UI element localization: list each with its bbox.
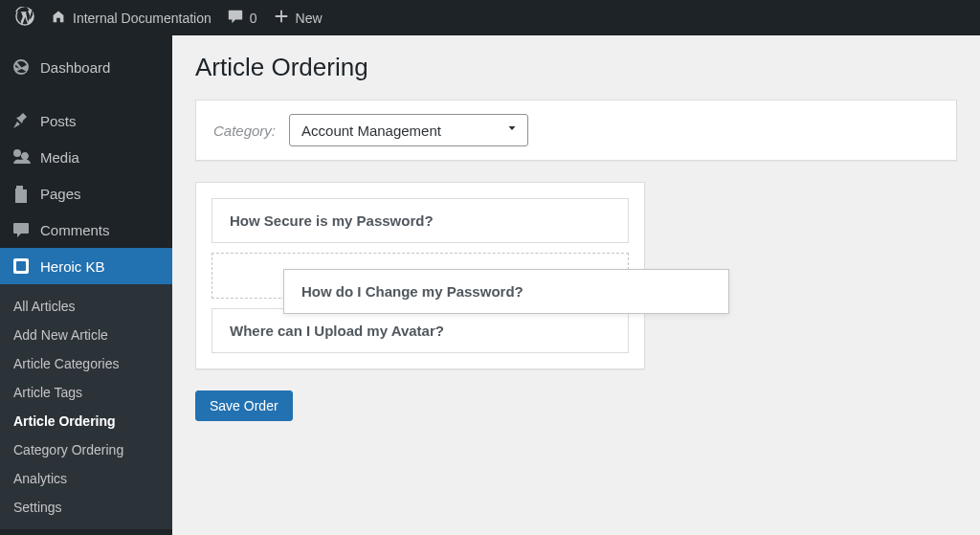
submenu-article-ordering[interactable]: Article Ordering (0, 407, 172, 435)
category-select[interactable]: Account Management (289, 114, 528, 146)
site-home-link[interactable]: Internal Documentation (42, 0, 219, 35)
dashboard-icon (11, 57, 31, 77)
pages-icon (11, 184, 31, 203)
sidebar-item-dashboard[interactable]: Dashboard (0, 49, 172, 85)
article-row-dragging[interactable]: How do I Change my Password? (283, 269, 729, 314)
article-row[interactable]: How Secure is my Password? (212, 198, 629, 243)
sidebar-item-media[interactable]: Media (0, 139, 172, 175)
comments-link[interactable]: 0 (219, 0, 265, 35)
sidebar-item-heroic-kb[interactable]: Heroic KB (0, 248, 172, 284)
drop-placeholder[interactable]: How do I Change my Password? (212, 253, 629, 299)
sidebar-item-label: Dashboard (40, 59, 110, 76)
comments-count: 0 (250, 11, 257, 26)
sidebar-item-pages[interactable]: Pages (0, 175, 172, 212)
comment-icon (227, 8, 244, 28)
category-label: Category: (213, 123, 276, 139)
article-order-list: How Secure is my Password? How do I Chan… (195, 182, 645, 369)
submenu-all-articles[interactable]: All Articles (0, 292, 172, 321)
category-panel: Category: Account Management (195, 100, 957, 161)
new-label: New (296, 11, 323, 26)
sidebar-submenu: All Articles Add New Article Article Cat… (0, 284, 172, 529)
sidebar-item-label: Posts (40, 113, 77, 129)
page-title: Article Ordering (195, 53, 957, 82)
comment-icon (11, 220, 31, 239)
svg-rect-1 (16, 261, 26, 271)
home-icon (50, 8, 67, 28)
admin-sidebar: Dashboard Posts Media Pages Commen (0, 35, 172, 535)
sidebar-item-label: Media (40, 149, 79, 166)
submenu-settings[interactable]: Settings (0, 493, 172, 522)
main-content: Article Ordering Category: Account Manag… (172, 35, 980, 535)
article-row[interactable]: Where can I Upload my Avatar? (212, 308, 629, 353)
submenu-article-categories[interactable]: Article Categories (0, 349, 172, 378)
pin-icon (11, 111, 31, 130)
sidebar-item-label: Comments (40, 222, 110, 238)
sidebar-item-label: Pages (40, 186, 81, 202)
submenu-category-ordering[interactable]: Category Ordering (0, 435, 172, 464)
submenu-add-new-article[interactable]: Add New Article (0, 321, 172, 349)
submenu-article-tags[interactable]: Article Tags (0, 378, 172, 407)
kb-icon (11, 256, 31, 276)
save-order-button[interactable]: Save Order (195, 390, 293, 421)
wp-logo-menu[interactable] (8, 0, 42, 35)
sidebar-item-posts[interactable]: Posts (0, 102, 172, 139)
category-selected-value: Account Management (301, 123, 441, 139)
admin-bar: Internal Documentation 0 New (0, 0, 980, 35)
wordpress-icon (15, 7, 34, 29)
new-content-link[interactable]: New (265, 0, 330, 35)
media-icon (11, 147, 31, 167)
sidebar-item-label: Heroic KB (40, 258, 105, 275)
submenu-analytics[interactable]: Analytics (0, 464, 172, 493)
plus-icon (273, 8, 290, 28)
sidebar-item-comments[interactable]: Comments (0, 212, 172, 248)
site-title: Internal Documentation (73, 11, 212, 26)
